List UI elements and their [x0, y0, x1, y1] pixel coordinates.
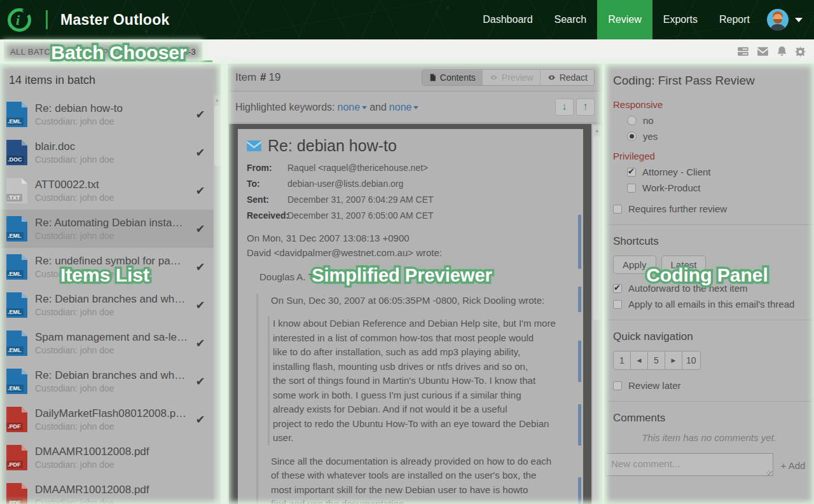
checkbox-unchecked-icon[interactable]	[613, 300, 622, 309]
user-avatar	[767, 9, 789, 31]
item-custodian: Custodian: john doe	[35, 383, 192, 393]
responsive-yes-option[interactable]: yes	[627, 131, 805, 142]
checkbox-checked-icon[interactable]	[627, 168, 636, 177]
scrollbar-thumb[interactable]	[593, 136, 601, 320]
items-list-scrollbar[interactable]: ▲	[214, 95, 221, 504]
comments-title: Comments	[613, 412, 805, 425]
user-menu[interactable]	[767, 9, 803, 31]
scroll-up-icon[interactable]: ▲	[593, 126, 602, 135]
section-divider	[604, 320, 814, 320]
nav-item-exports[interactable]: Exports	[652, 0, 708, 39]
reviewed-check-icon: ✔	[192, 146, 209, 160]
logo-ring-icon: i	[8, 8, 31, 32]
radio-checked-icon[interactable]	[627, 132, 637, 141]
batches-list-icon[interactable]	[736, 45, 750, 58]
requires-further-review-option[interactable]: Requires further review	[613, 203, 805, 214]
quick-navigation-pager: 1 ◀ 5 ▶ 10	[613, 351, 805, 370]
work-product-option[interactable]: Work-Product	[627, 182, 805, 193]
list-item[interactable]: .EML Re: Debian branches and wh… Custodi…	[0, 362, 214, 400]
previous-item-icon[interactable]: ◀	[630, 351, 648, 370]
previous-hit-button[interactable]: ↑	[576, 99, 595, 116]
next-item-icon[interactable]: ▶	[665, 351, 682, 370]
caret-down-icon	[362, 106, 367, 109]
list-item[interactable]: .EML Spam management and sa-le… Custodia…	[0, 324, 214, 362]
next-hit-button[interactable]: ↓	[555, 99, 574, 116]
file-type-icon: .EML	[6, 216, 27, 242]
checkbox-unchecked-icon[interactable]	[613, 381, 622, 390]
autoforward-option[interactable]: Autoforward to the next item	[613, 283, 805, 294]
bell-icon[interactable]	[776, 45, 788, 58]
list-item[interactable]: .EML Re: Debian branches and wh… Custodi…	[0, 286, 214, 324]
checkbox-checked-icon[interactable]	[613, 284, 622, 293]
contents-button[interactable]: Contents	[422, 70, 482, 85]
nav-item-search[interactable]: Search	[544, 0, 598, 39]
coding-title: Coding: First Pass Review	[613, 74, 805, 88]
to-value: debian-user@lists.debian.org	[287, 179, 573, 189]
item-custodian: Custodian: john doe	[35, 307, 192, 317]
file-type-icon: .PDF	[6, 483, 27, 504]
responsive-no-option[interactable]: no	[627, 115, 805, 126]
resize-grip-icon[interactable]	[766, 470, 772, 476]
nav-item-report[interactable]: Report	[708, 0, 761, 39]
requires-further-review-label: Requires further review	[628, 203, 727, 214]
item-title: ATT00022.txt	[35, 179, 192, 191]
file-type-icon: .PDF	[6, 445, 27, 470]
reviewed-check-icon: ✔	[192, 260, 209, 274]
preview-label: Preview	[502, 72, 534, 83]
gear-icon[interactable]	[794, 45, 806, 58]
attorney-client-option[interactable]: Attorney - Client	[627, 167, 805, 177]
list-item[interactable]: .EML Re: Automating Debian insta… Custod…	[0, 210, 214, 248]
keyword-dropdown-1[interactable]: none	[338, 102, 368, 113]
list-item[interactable]: .PDF DMAAMR10012008.pdf Custodian: john …	[0, 439, 214, 477]
current-item-button[interactable]: 5	[647, 351, 665, 370]
email-page: Re: debian how-to From:Raquel <raquel@th…	[238, 129, 583, 504]
list-item[interactable]: .PDF DailyMarketFlash08012008.p… Custodi…	[0, 400, 214, 439]
logo-separator	[46, 10, 48, 29]
list-item[interactable]: .TXT ATT00022.txt Custodian: john doe ✔	[0, 172, 214, 210]
file-type-icon: .EML	[6, 254, 27, 280]
scroll-hit-marker	[578, 404, 581, 446]
apply-thread-label: Apply to all emails in this email's thre…	[628, 299, 794, 310]
reviewed-check-icon: ✔	[192, 374, 209, 388]
checkbox-unchecked-icon[interactable]	[613, 205, 622, 214]
tab-fpr-3[interactable]: FPR-3	[152, 39, 216, 64]
file-extension-label: .EML	[6, 308, 24, 316]
email-meta: From:Raquel <raquel@thericehouse.net> To…	[247, 163, 573, 221]
list-item[interactable]: .EML Re: debian how-to Custodian: john d…	[0, 95, 214, 133]
latest-button[interactable]: Latest	[661, 255, 707, 274]
batch-count-header: 14 items in batch	[0, 64, 221, 93]
new-comment-input[interactable]	[605, 453, 773, 476]
envelope-icon	[247, 140, 261, 151]
preview-button[interactable]: Preview	[482, 70, 540, 85]
nav-item-review[interactable]: Review	[597, 0, 652, 39]
previewer-scrollbar[interactable]: ▲	[593, 125, 602, 504]
list-item[interactable]: .DOC blair.doc Custodian: john doe ✔	[0, 133, 214, 172]
add-comment-button[interactable]: + Add	[773, 453, 813, 478]
scroll-up-icon[interactable]: ▲	[214, 97, 221, 104]
file-extension-label: .EML	[6, 385, 24, 392]
item-title: Re: Debian branches and wh…	[35, 293, 192, 306]
apply-button[interactable]: Apply	[613, 255, 656, 274]
tab-all-batches[interactable]: ALL BATCHES	[0, 39, 78, 64]
list-item[interactable]: .EML Re: undefined symbol for pa… Custod…	[0, 248, 214, 286]
scrollbar-thumb[interactable]	[214, 106, 220, 166]
tab-fpr-2[interactable]: FPR-2	[87, 39, 133, 64]
redact-button[interactable]: Redact	[540, 70, 594, 85]
responsive-yes-label: yes	[643, 131, 658, 142]
apply-thread-option[interactable]: Apply to all emails in this email's thre…	[613, 299, 805, 310]
coding-panel: Coding: First Pass Review Responsive no …	[604, 64, 814, 504]
section-divider	[604, 401, 814, 402]
email-intro: On Mon, 31 Dec 2007 13:08:13 +0900 David…	[247, 231, 573, 260]
radio-unchecked-icon[interactable]	[627, 116, 637, 125]
app-logo[interactable]: i	[8, 8, 48, 32]
from-label: From:	[247, 163, 287, 173]
review-later-option[interactable]: Review later	[613, 380, 805, 391]
keyword-dropdown-2[interactable]: none	[389, 102, 419, 113]
file-extension-label: .PDF	[6, 423, 23, 430]
checkbox-unchecked-icon[interactable]	[627, 184, 636, 193]
goto-last-button[interactable]: 10	[682, 351, 701, 370]
nav-item-dashboard[interactable]: Dashboard	[472, 0, 543, 39]
goto-first-button[interactable]: 1	[613, 351, 631, 370]
list-item[interactable]: .PDF DMAAMR10012008.pdf Custodian: john …	[0, 477, 214, 504]
mail-icon[interactable]	[756, 45, 769, 58]
